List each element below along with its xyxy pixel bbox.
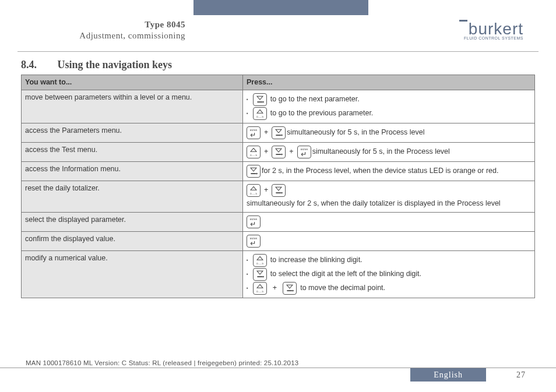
press-cell: ENTER [243, 231, 535, 250]
down-key-icon [253, 93, 267, 106]
device-type: Type 8045 [28, 20, 185, 30]
enter-key-icon: ENTER [247, 126, 261, 139]
table-row: confirm the displayed value.ENTER [22, 231, 535, 250]
enter-key-icon: ENTER [247, 216, 261, 228]
enter-key-icon: ENTER [297, 146, 311, 158]
th-you-want: You want to... [22, 75, 243, 90]
down-key-icon [272, 146, 286, 158]
svg-text:0......9: 0......9 [250, 192, 257, 195]
brand-name: burkert [469, 20, 523, 38]
svg-text:0......9: 0......9 [256, 115, 263, 118]
svg-marker-27 [257, 271, 263, 274]
want-cell: select the displayed parameter. [22, 212, 243, 231]
svg-rect-7 [276, 135, 281, 136]
press-cell: ENTER+ simultaneously for 5 s, in the Pr… [243, 123, 535, 142]
svg-marker-18 [251, 186, 256, 190]
up-key-icon: 0......9 [247, 146, 261, 158]
svg-marker-2 [263, 101, 264, 103]
down-key-icon [253, 268, 267, 281]
up-key-icon: 0......9 [247, 184, 261, 197]
down-key-icon [283, 282, 297, 295]
up-key-icon: 0......9 [253, 107, 267, 120]
down-key-icon [247, 165, 261, 178]
page-number: 27 [486, 368, 556, 382]
table-row: move between parameters within a level o… [22, 90, 535, 123]
want-cell: modify a numerical value. [22, 250, 243, 298]
chapter-name: Adjustment, commissioning [28, 31, 185, 41]
want-cell: move between parameters within a level o… [22, 90, 243, 123]
table-row: reset the daily totalizer.0......9+ simu… [22, 181, 535, 212]
section-heading: 8.4. Using the navigation keys [21, 59, 535, 71]
enter-key-icon: ENTER [247, 235, 261, 248]
svg-marker-13 [281, 153, 283, 155]
table-row: access the Test menu.0......9++ENTER sim… [22, 142, 535, 161]
want-cell: access the Test menu. [22, 142, 243, 161]
want-cell: access the Information menu. [22, 161, 243, 181]
table-row: select the displayed parameter.ENTER [22, 212, 535, 231]
press-cell: 0......9 to increase the blinking digit.… [243, 250, 535, 298]
press-cell: to go to the next parameter.0......9 to … [243, 90, 535, 123]
svg-text:0......9: 0......9 [256, 289, 263, 292]
svg-marker-3 [257, 110, 263, 113]
svg-marker-8 [281, 134, 283, 136]
table-row: access the Parameters menu.ENTER+ simult… [22, 123, 535, 142]
svg-rect-33 [287, 290, 293, 291]
svg-text:ENTER: ENTER [250, 129, 258, 131]
svg-marker-30 [257, 284, 263, 288]
down-key-icon [272, 126, 286, 139]
want-cell: confirm the displayed value. [22, 231, 243, 250]
svg-marker-29 [263, 276, 264, 277]
press-cell: 0......9+ simultaneously for 2 s, when t… [243, 181, 535, 212]
svg-text:ENTER: ENTER [250, 237, 258, 239]
footer-status: MAN 1000178610 ML Version: C Status: RL … [26, 359, 298, 366]
up-key-icon: 0......9 [253, 254, 267, 267]
svg-rect-16 [251, 173, 256, 174]
svg-text:0......9: 0......9 [256, 262, 263, 264]
table-row: modify a numerical value.0......9 to inc… [22, 250, 535, 298]
svg-text:ENTER: ENTER [250, 218, 258, 220]
up-key-icon: 0......9 [253, 282, 267, 295]
press-cell: 0......9++ENTER simultaneously for 5 s, … [243, 142, 535, 161]
svg-marker-15 [251, 168, 256, 171]
svg-marker-0 [257, 96, 263, 100]
svg-rect-28 [257, 276, 263, 277]
down-key-icon [272, 184, 286, 197]
svg-text:0......9: 0......9 [250, 153, 257, 156]
bottom-bar: English 27 [0, 368, 556, 382]
nav-keys-table: You want to... Press... move between par… [21, 75, 535, 298]
press-cell: ENTER [243, 212, 535, 231]
page-header: Type 8045 Adjustment, commissioning burk… [0, 15, 556, 51]
brand-logo: burkert FLUID CONTROL SYSTEMS [459, 20, 528, 40]
svg-rect-12 [276, 154, 281, 155]
want-cell: reset the daily totalizer. [22, 181, 243, 212]
svg-rect-1 [257, 101, 263, 103]
svg-rect-21 [276, 192, 281, 193]
svg-marker-9 [251, 148, 256, 151]
svg-marker-22 [281, 192, 283, 193]
table-row: access the Information menu. for 2 s, in… [22, 161, 535, 181]
svg-marker-34 [293, 289, 294, 291]
svg-marker-20 [276, 187, 281, 190]
press-cell: for 2 s, in the Process level, when the … [243, 161, 535, 181]
svg-marker-17 [256, 172, 258, 174]
svg-marker-25 [257, 256, 263, 260]
svg-marker-32 [287, 285, 293, 288]
want-cell: access the Parameters menu. [22, 123, 243, 142]
svg-marker-6 [276, 129, 281, 133]
brand-tagline: FLUID CONTROL SYSTEMS [464, 36, 523, 40]
top-tabs [0, 0, 556, 15]
th-press: Press... [243, 75, 535, 90]
svg-text:ENTER: ENTER [300, 148, 308, 150]
language-tab: English [410, 368, 486, 382]
svg-marker-11 [276, 149, 281, 152]
